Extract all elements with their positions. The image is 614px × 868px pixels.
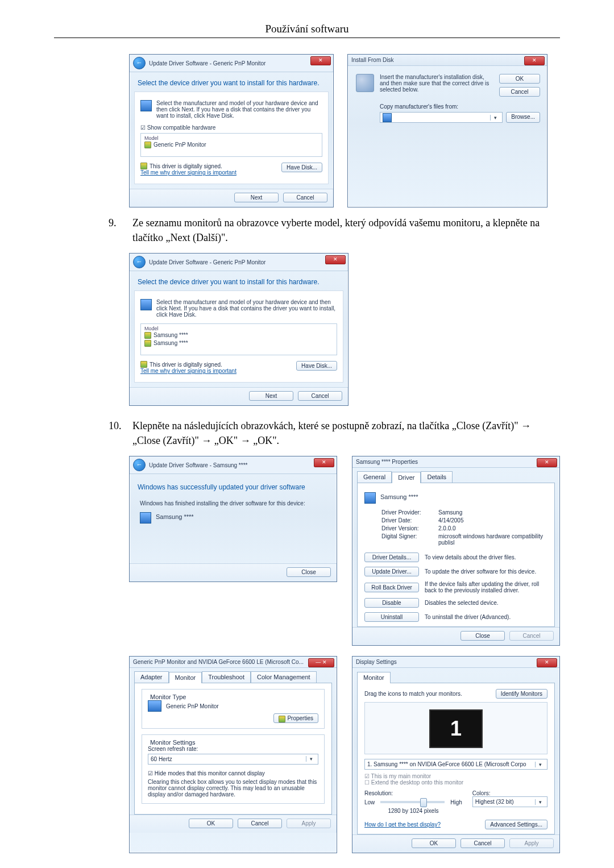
monitor-icon bbox=[148, 700, 161, 712]
group-title: Monitor Settings bbox=[148, 739, 197, 746]
driver-details-button[interactable]: Driver Details... bbox=[364, 553, 419, 562]
close-button[interactable]: Close bbox=[460, 631, 505, 641]
label: Driver Version: bbox=[381, 525, 438, 531]
window-title: Install From Disk bbox=[351, 57, 393, 63]
cancel-button[interactable]: Cancel bbox=[283, 193, 327, 202]
desc: If the device fails after updating the d… bbox=[425, 581, 547, 593]
device-name: Samsung **** bbox=[380, 492, 418, 504]
device-icon bbox=[140, 299, 152, 310]
wizard-heading: Select the device driver you want to ins… bbox=[138, 79, 325, 87]
identify-button[interactable]: Identify Monitors bbox=[496, 689, 547, 699]
model-name: Samsung **** bbox=[154, 331, 188, 339]
ok-button[interactable]: OK bbox=[189, 819, 233, 828]
close-icon[interactable]: — ✕ bbox=[308, 658, 334, 667]
list-item[interactable]: Generic PnP Monitor bbox=[144, 141, 318, 149]
tab-troubleshoot[interactable]: Troubleshoot bbox=[202, 671, 251, 683]
refresh-label: Screen refresh rate: bbox=[148, 746, 318, 752]
chevron-down-icon[interactable]: ▾ bbox=[306, 756, 316, 762]
tab-driver[interactable]: Driver bbox=[392, 472, 421, 483]
chevron-down-icon[interactable]: ▾ bbox=[535, 799, 545, 805]
step-number: 9. bbox=[54, 215, 132, 245]
close-icon[interactable]: ✕ bbox=[310, 56, 331, 65]
disable-button[interactable]: Disable bbox=[364, 598, 419, 608]
chevron-down-icon[interactable]: ▾ bbox=[535, 762, 545, 767]
have-disk-button[interactable]: Have Disk... bbox=[281, 163, 322, 172]
driver-properties-window: ✕ Samsung **** Properties General Driver… bbox=[352, 456, 560, 646]
cancel-button[interactable]: Cancel bbox=[499, 87, 540, 97]
cancel-button[interactable]: Cancel bbox=[238, 819, 282, 828]
uninstall-button[interactable]: Uninstall bbox=[364, 612, 419, 622]
column-header: Model bbox=[144, 326, 333, 331]
extend-desktop-label: Extend the desktop onto this monitor bbox=[371, 779, 463, 786]
shield-icon bbox=[144, 332, 151, 339]
desc: To view details about the driver files. bbox=[425, 554, 547, 560]
signing-link[interactable]: Tell me why driver signing is important bbox=[140, 368, 237, 374]
resolution-slider[interactable] bbox=[380, 801, 445, 803]
back-button[interactable]: ← bbox=[133, 57, 146, 69]
window-title: Samsung **** Properties bbox=[356, 459, 418, 465]
browse-button[interactable]: Browse... bbox=[506, 112, 540, 123]
tab-details[interactable]: Details bbox=[421, 471, 453, 483]
tab-monitor[interactable]: Monitor bbox=[169, 672, 202, 683]
close-icon[interactable]: ✕ bbox=[524, 56, 545, 65]
back-button[interactable]: ← bbox=[133, 256, 146, 268]
colors-value: Highest (32 bit) bbox=[475, 799, 514, 805]
close-icon[interactable]: ✕ bbox=[537, 458, 557, 467]
back-button[interactable]: ← bbox=[133, 459, 146, 471]
checkbox-icon: ☑ bbox=[364, 773, 370, 779]
signed-label: This driver is digitally signed. bbox=[150, 362, 222, 368]
close-icon[interactable]: ✕ bbox=[314, 458, 334, 467]
close-icon[interactable]: ✕ bbox=[537, 658, 557, 667]
cancel-button[interactable]: Cancel bbox=[298, 391, 342, 401]
best-display-link[interactable]: How do I get the best display? bbox=[364, 821, 441, 828]
tab-color-management[interactable]: Color Management bbox=[251, 671, 317, 683]
monitor-preview[interactable]: 1 bbox=[429, 709, 483, 748]
hide-modes-desc: Clearing this check box allows you to se… bbox=[148, 779, 318, 798]
advanced-settings-button[interactable]: Advanced Settings... bbox=[485, 820, 547, 829]
cancel-button[interactable]: Cancel bbox=[460, 838, 505, 848]
window-title: Display Settings bbox=[356, 659, 397, 665]
value: 4/14/2005 bbox=[438, 517, 547, 524]
step-number: 10. bbox=[54, 418, 132, 448]
ok-button[interactable]: OK bbox=[499, 74, 540, 84]
value: Samsung bbox=[438, 509, 547, 516]
properties-button[interactable]: Properties bbox=[273, 713, 318, 723]
monitor-select-value: 1. Samsung **** on NVIDIA GeForce 6600 L… bbox=[367, 761, 526, 767]
cancel-button: Cancel bbox=[509, 631, 554, 641]
close-icon[interactable]: ✕ bbox=[325, 255, 346, 264]
signing-link[interactable]: Tell me why driver signing is important bbox=[140, 169, 237, 176]
close-button[interactable]: Close bbox=[287, 567, 331, 577]
next-button[interactable]: Next bbox=[234, 193, 279, 202]
tab-monitor[interactable]: Monitor bbox=[357, 672, 391, 683]
checkbox-icon[interactable]: ☑ bbox=[140, 124, 146, 131]
step-text: Ze seznamu monitorů na obrazovce vyberte… bbox=[132, 215, 560, 245]
update-driver-button[interactable]: Update Driver... bbox=[364, 567, 419, 576]
step-text: Klepněte na následujících obrazovkách, k… bbox=[132, 418, 560, 448]
breadcrumb: Update Driver Software - Generic PnP Mon… bbox=[149, 60, 265, 67]
hide-modes-label: Hide modes that this monitor cannot disp… bbox=[155, 770, 265, 776]
roll-back-button[interactable]: Roll Back Driver bbox=[364, 583, 419, 592]
list-item[interactable]: Samsung **** bbox=[144, 331, 333, 339]
shield-icon bbox=[140, 361, 147, 368]
next-button[interactable]: Next bbox=[249, 391, 293, 401]
device-name: Samsung **** bbox=[156, 512, 194, 524]
shield-icon bbox=[140, 163, 147, 169]
label: Driver Date: bbox=[381, 517, 438, 524]
ok-button[interactable]: OK bbox=[412, 838, 456, 848]
tab-general[interactable]: General bbox=[357, 471, 392, 483]
monitor-type-value: Generic PnP Monitor bbox=[166, 703, 219, 709]
copy-from-label: Copy manufacturer's files from: bbox=[380, 103, 540, 110]
list-item[interactable]: Samsung **** bbox=[144, 339, 333, 347]
monitor-select[interactable]: 1. Samsung **** on NVIDIA GeForce 6600 L… bbox=[364, 759, 547, 770]
colors-select[interactable]: Highest (32 bit) ▾ bbox=[472, 796, 547, 807]
window-title: Generic PnP Monitor and NVIDIA GeForce 6… bbox=[133, 659, 304, 665]
checkbox-icon[interactable]: ☑ bbox=[148, 770, 153, 776]
chevron-down-icon[interactable]: ▾ bbox=[490, 115, 500, 121]
path-field[interactable]: ▾ bbox=[380, 112, 503, 123]
tab-adapter[interactable]: Adapter bbox=[134, 671, 169, 683]
have-disk-button[interactable]: Have Disk... bbox=[296, 361, 337, 371]
colors-label: Colors: bbox=[472, 790, 547, 796]
refresh-select[interactable]: 60 Hertz ▾ bbox=[148, 754, 318, 765]
label: Driver Provider: bbox=[381, 509, 438, 516]
update-driver-generic-window: ✕ ← Update Driver Software - Generic PnP… bbox=[129, 54, 334, 207]
